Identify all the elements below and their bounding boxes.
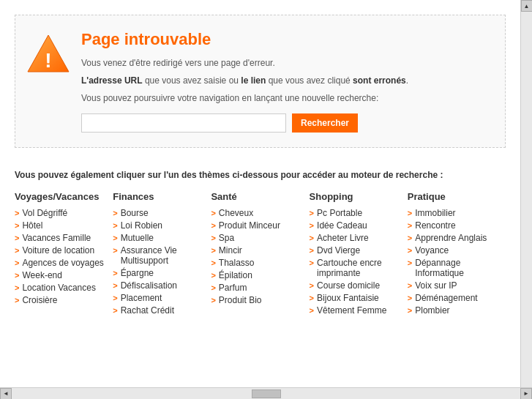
error-content: Page introuvable Vous venez d'être redir… [81, 30, 490, 133]
theme-link[interactable]: >Voiture de location [15, 245, 113, 256]
arrow-icon: > [15, 296, 19, 305]
list-item: >Cartouche encre imprimante [310, 258, 408, 278]
theme-link[interactable]: >Vacances Famille [15, 233, 113, 243]
svg-text:!: ! [45, 49, 51, 72]
arrow-icon: > [408, 258, 412, 267]
theme-link[interactable]: >Voix sur IP [408, 280, 506, 291]
list-item: >Thalasso [211, 258, 309, 268]
theme-link[interactable]: >Location Vacances [15, 283, 113, 293]
list-item: >Location Vacances [15, 283, 113, 293]
error-text-line1: Vous venez d'être redirigé vers une page… [81, 56, 490, 70]
theme-link[interactable]: >Pc Portable [310, 208, 408, 218]
theme-link-label: Thalasso [219, 258, 255, 268]
theme-link[interactable]: >Épargne [113, 268, 211, 278]
scroll-track-horizontal [12, 389, 520, 399]
theme-link[interactable]: >Cheveux [211, 208, 309, 218]
url-strong: L'adresse URL [81, 75, 143, 86]
list-item: >Assurance Vie Multisupport [113, 245, 211, 266]
list-item: >Épilation [211, 270, 309, 280]
theme-link[interactable]: >Apprendre Anglais [408, 233, 506, 243]
theme-link[interactable]: >Épilation [211, 270, 309, 280]
scroll-thumb-horizontal[interactable] [252, 389, 281, 398]
arrow-icon: > [113, 209, 117, 217]
theme-column-title: Santé [211, 191, 309, 202]
theme-link[interactable]: >Idée Cadeau [310, 220, 408, 231]
scroll-left-button[interactable]: ◄ [0, 388, 12, 400]
arrow-icon: > [408, 209, 412, 217]
theme-link-label: Idée Cadeau [317, 220, 367, 231]
theme-link[interactable]: >Rachat Crédit [113, 305, 211, 316]
theme-link[interactable]: >Rencontre [408, 220, 506, 231]
error-box: ! Page introuvable Vous venez d'être red… [15, 15, 506, 148]
theme-link-label: Dépannage Informatique [415, 258, 506, 278]
theme-link[interactable]: >Acheter Livre [310, 233, 408, 243]
theme-link[interactable]: >Loi Robien [113, 220, 211, 231]
text-part4: que vous avez cliqué [266, 75, 353, 86]
theme-list: >Bourse>Loi Robien>Mutuelle>Assurance Vi… [113, 208, 211, 316]
arrow-icon: > [310, 246, 314, 255]
arrow-icon: > [408, 246, 412, 255]
theme-link[interactable]: >Thalasso [211, 258, 309, 268]
theme-link[interactable]: >Cartouche encre imprimante [310, 258, 408, 278]
theme-link[interactable]: >Agences de voyages [15, 258, 113, 268]
search-button[interactable]: Rechercher [292, 113, 358, 133]
theme-link[interactable]: >Plombier [408, 305, 506, 316]
theme-list: >Pc Portable>Idée Cadeau>Acheter Livre>D… [310, 208, 408, 316]
lien-strong: le lien [241, 75, 266, 86]
theme-link-label: Acheter Livre [317, 233, 369, 243]
theme-link[interactable]: >Week-end [15, 270, 113, 280]
theme-link[interactable]: >Immobilier [408, 208, 506, 218]
theme-link-label: Location Vacances [22, 283, 96, 293]
theme-link-label: Loi Robien [121, 220, 162, 231]
theme-link[interactable]: >Croisière [15, 295, 113, 305]
arrow-icon: > [211, 283, 215, 292]
arrow-icon: > [15, 283, 19, 292]
theme-link[interactable]: >Produit Bio [211, 295, 309, 305]
theme-link[interactable]: >Assurance Vie Multisupport [113, 245, 211, 266]
theme-link[interactable]: >Dépannage Informatique [408, 258, 506, 278]
scrollbar-right: ▲ ▼ [520, 0, 532, 399]
theme-link[interactable]: >Voyance [408, 245, 506, 256]
theme-link-label: Voyance [415, 245, 449, 256]
arrow-icon: > [310, 294, 314, 302]
theme-link[interactable]: >Produit Minceur [211, 220, 309, 231]
theme-link[interactable]: >Placement [113, 293, 211, 303]
list-item: >Dépannage Informatique [408, 258, 506, 278]
theme-link[interactable]: >Dvd Vierge [310, 245, 408, 256]
theme-link[interactable]: >Bijoux Fantaisie [310, 293, 408, 303]
theme-link[interactable]: >Vol Dégriffé [15, 208, 113, 218]
theme-link[interactable]: >Vêtement Femme [310, 305, 408, 316]
scroll-up-button[interactable]: ▲ [521, 0, 533, 12]
theme-column-title: Finances [113, 191, 211, 202]
arrow-icon: > [211, 246, 215, 255]
arrow-icon: > [211, 271, 215, 280]
list-item: >Hôtel [15, 220, 113, 231]
list-item: >Parfum [211, 283, 309, 293]
theme-link[interactable]: >Hôtel [15, 220, 113, 231]
theme-link-label: Bourse [121, 208, 149, 218]
theme-link-label: Bijoux Fantaisie [317, 293, 379, 303]
theme-column: Finances>Bourse>Loi Robien>Mutuelle>Assu… [113, 191, 211, 318]
theme-link[interactable]: >Déménagement [408, 293, 506, 303]
scrollbar-bottom: ◄ ► [0, 387, 532, 399]
theme-link[interactable]: >Mutuelle [113, 233, 211, 243]
list-item: >Défiscalisation [113, 280, 211, 291]
list-item: >Vacances Famille [15, 233, 113, 243]
page-wrapper: ! Page introuvable Vous venez d'être red… [0, 15, 532, 399]
theme-link[interactable]: >Course domicile [310, 280, 408, 291]
theme-link[interactable]: >Parfum [211, 283, 309, 293]
arrow-icon: > [310, 258, 314, 267]
arrow-icon: > [15, 258, 19, 267]
scroll-right-button[interactable]: ► [520, 388, 532, 400]
theme-link[interactable]: >Spa [211, 233, 309, 243]
list-item: >Spa [211, 233, 309, 243]
theme-link-label: Vêtement Femme [317, 305, 386, 316]
theme-link[interactable]: >Mincir [211, 245, 309, 256]
theme-list: >Vol Dégriffé>Hôtel>Vacances Famille>Voi… [15, 208, 113, 305]
theme-link[interactable]: >Bourse [113, 208, 211, 218]
theme-link[interactable]: >Défiscalisation [113, 280, 211, 291]
theme-column: Voyages/Vacances>Vol Dégriffé>Hôtel>Vaca… [15, 191, 113, 318]
arrow-icon: > [211, 221, 215, 230]
search-input[interactable] [81, 113, 286, 133]
theme-list: >Immobilier>Rencontre>Apprendre Anglais>… [408, 208, 506, 316]
